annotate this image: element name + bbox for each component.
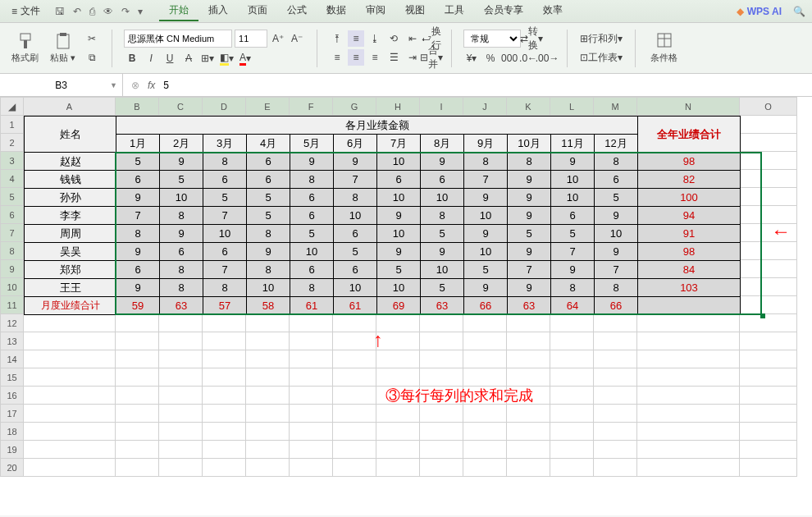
row-header-2[interactable]: 2 (1, 134, 24, 152)
total-header[interactable]: 全年业绩合计 (638, 117, 741, 153)
data-cell[interactable]: 6 (247, 171, 290, 189)
cell[interactable] (290, 350, 333, 368)
col-header-B[interactable]: B (116, 98, 159, 116)
month-header[interactable]: 8月 (421, 135, 464, 153)
cell[interactable] (376, 350, 420, 368)
cell[interactable] (637, 332, 740, 350)
data-cell[interactable]: 5 (595, 189, 638, 207)
select-all-corner[interactable]: ◢ (1, 98, 24, 116)
row-header-16[interactable]: 16 (1, 387, 24, 405)
cell[interactable] (507, 332, 550, 350)
cell[interactable] (594, 368, 637, 387)
cell[interactable] (740, 260, 797, 278)
tab-视图[interactable]: 视图 (395, 1, 435, 21)
cell[interactable] (550, 459, 594, 477)
data-cell[interactable]: 10 (551, 171, 595, 189)
col-total-cell[interactable]: 69 (377, 297, 421, 315)
data-cell[interactable]: 9 (508, 243, 551, 261)
data-cell[interactable]: 6 (247, 153, 290, 171)
row-total-cell[interactable]: 94 (638, 207, 741, 225)
cell[interactable] (246, 332, 290, 350)
data-cell[interactable]: 10 (203, 225, 247, 243)
cell[interactable] (463, 314, 507, 332)
cell[interactable] (116, 314, 159, 332)
data-cell[interactable]: 10 (377, 279, 421, 297)
months-header[interactable]: 各月业绩金额 (116, 117, 638, 135)
row-header-19[interactable]: 19 (1, 441, 24, 459)
strikethrough-button[interactable]: A (180, 50, 197, 66)
cell[interactable] (159, 423, 203, 441)
col-header-L[interactable]: L (550, 98, 594, 116)
fx-icon[interactable]: fx (148, 80, 155, 91)
col-header-F[interactable]: F (290, 98, 333, 116)
data-cell[interactable]: 5 (203, 189, 247, 207)
tab-数据[interactable]: 数据 (317, 1, 356, 21)
data-cell[interactable]: 8 (116, 225, 160, 243)
paste-button[interactable]: 粘贴 ▾ (47, 30, 79, 66)
cell[interactable] (333, 405, 376, 423)
name-header[interactable]: 姓名 (25, 117, 116, 153)
data-cell[interactable]: 7 (508, 261, 551, 279)
cell[interactable] (246, 368, 290, 387)
cell[interactable] (116, 332, 159, 350)
cell-reference-input[interactable] (21, 80, 103, 91)
data-cell[interactable]: 9 (551, 153, 595, 171)
row-total-cell[interactable]: 98 (638, 153, 741, 171)
data-cell[interactable]: 6 (116, 261, 160, 279)
data-cell[interactable]: 9 (247, 243, 290, 261)
cell[interactable] (594, 314, 637, 332)
row-total-cell[interactable]: 82 (638, 171, 741, 189)
tab-会员专享[interactable]: 会员专享 (474, 1, 533, 21)
cell[interactable] (24, 423, 116, 441)
data-cell[interactable]: 9 (595, 243, 638, 261)
cell[interactable] (333, 441, 376, 459)
data-cell[interactable]: 8 (464, 153, 508, 171)
tab-公式[interactable]: 公式 (277, 1, 317, 21)
data-cell[interactable]: 6 (290, 207, 334, 225)
merge-button[interactable]: ⊟ 合并▾ (423, 49, 440, 66)
cell[interactable] (740, 459, 797, 477)
cell[interactable] (550, 405, 594, 423)
col-total-cell[interactable]: 57 (203, 297, 247, 315)
data-cell[interactable]: 5 (290, 225, 334, 243)
col-total-cell[interactable]: 66 (464, 297, 508, 315)
cell[interactable] (637, 314, 740, 332)
cell[interactable] (290, 405, 333, 423)
file-menu[interactable]: ≡ 文件 (7, 2, 45, 20)
cell[interactable] (594, 459, 637, 477)
data-cell[interactable]: 7 (203, 261, 247, 279)
cell[interactable] (550, 423, 594, 441)
row-header-7[interactable]: 7 (1, 224, 24, 242)
cell[interactable] (463, 441, 507, 459)
percent-icon[interactable]: % (482, 50, 499, 66)
data-cell[interactable]: 10 (334, 207, 377, 225)
align-right-icon[interactable]: ≡ (367, 49, 383, 66)
decrease-font-icon[interactable]: A⁻ (289, 30, 305, 47)
data-cell[interactable]: 6 (334, 225, 377, 243)
cell[interactable] (740, 314, 797, 332)
data-cell[interactable]: 5 (247, 189, 290, 207)
cell[interactable] (333, 423, 376, 441)
col-header-K[interactable]: K (507, 98, 550, 116)
cell[interactable] (637, 350, 740, 368)
cell[interactable] (376, 459, 420, 477)
col-total-cell[interactable]: 66 (595, 297, 638, 315)
cell[interactable] (203, 314, 246, 332)
cell[interactable] (550, 387, 594, 405)
col-header-D[interactable]: D (203, 98, 246, 116)
cell[interactable] (740, 423, 797, 441)
cell[interactable] (594, 405, 637, 423)
align-top-icon[interactable]: ⭱ (329, 30, 345, 47)
cell[interactable] (420, 405, 463, 423)
tab-审阅[interactable]: 审阅 (356, 1, 395, 21)
cell[interactable] (24, 459, 116, 477)
cell[interactable] (550, 332, 594, 350)
data-cell[interactable]: 8 (203, 279, 247, 297)
row-header-18[interactable]: 18 (1, 423, 24, 441)
cell[interactable] (507, 441, 550, 459)
month-header[interactable]: 6月 (334, 135, 377, 153)
data-cell[interactable]: 7 (116, 207, 160, 225)
comma-icon[interactable]: 000 (501, 50, 518, 66)
cell[interactable] (24, 441, 116, 459)
col-total-cell[interactable]: 63 (508, 297, 551, 315)
